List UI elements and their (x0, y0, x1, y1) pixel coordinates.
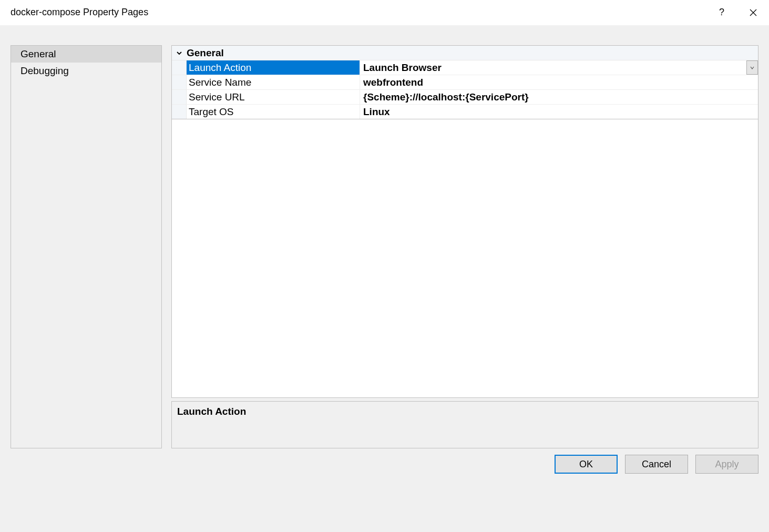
prop-spacer (172, 105, 187, 119)
prop-value[interactable]: Linux (360, 105, 758, 119)
prop-row-target-os[interactable]: Target OS Linux (172, 105, 758, 119)
titlebar: docker-compose Property Pages ? (0, 0, 769, 25)
button-bar: OK Cancel Apply (0, 448, 769, 532)
cancel-button[interactable]: Cancel (625, 455, 688, 474)
description-title: Launch Action (177, 406, 753, 417)
right-panel: General Launch Action Launch Browser Ser… (171, 45, 758, 448)
prop-spacer (172, 75, 187, 89)
titlebar-controls: ? (706, 0, 769, 25)
prop-value-text: Launch Browser (363, 62, 442, 74)
prop-spacer (172, 60, 187, 75)
help-button[interactable]: ? (706, 0, 737, 25)
prop-label: Launch Action (187, 60, 360, 75)
prop-label: Service URL (187, 90, 360, 104)
nav-item-debugging[interactable]: Debugging (11, 63, 161, 79)
prop-label: Target OS (187, 105, 360, 119)
nav-panel: General Debugging (11, 45, 162, 448)
description-panel: Launch Action (171, 401, 758, 448)
prop-row-launch-action[interactable]: Launch Action Launch Browser (172, 60, 758, 75)
prop-label: Service Name (187, 75, 360, 89)
category-row[interactable]: General (172, 46, 758, 60)
window-title: docker-compose Property Pages (11, 7, 706, 18)
prop-value-text: Linux (363, 106, 390, 118)
chevron-down-icon (750, 66, 754, 70)
close-icon (750, 9, 757, 16)
ok-button[interactable]: OK (555, 455, 618, 474)
prop-value-text: webfrontend (363, 77, 423, 88)
prop-value[interactable]: webfrontend (360, 75, 758, 89)
prop-spacer (172, 90, 187, 104)
close-button[interactable] (737, 0, 769, 25)
prop-row-service-name[interactable]: Service Name webfrontend (172, 75, 758, 90)
content-area: General Debugging General Launch Action … (0, 25, 769, 448)
prop-value-text: {Scheme}://localhost:{ServicePort} (363, 91, 529, 103)
nav-item-general[interactable]: General (11, 46, 161, 63)
prop-value[interactable]: Launch Browser (360, 60, 758, 75)
prop-row-service-url[interactable]: Service URL {Scheme}://localhost:{Servic… (172, 90, 758, 105)
dropdown-button[interactable] (746, 60, 758, 75)
prop-value[interactable]: {Scheme}://localhost:{ServicePort} (360, 90, 758, 104)
expand-toggle[interactable] (172, 50, 187, 56)
category-label: General (187, 47, 224, 59)
chevron-down-icon (176, 50, 182, 56)
apply-button: Apply (695, 455, 758, 474)
property-grid: General Launch Action Launch Browser Ser… (171, 45, 758, 398)
